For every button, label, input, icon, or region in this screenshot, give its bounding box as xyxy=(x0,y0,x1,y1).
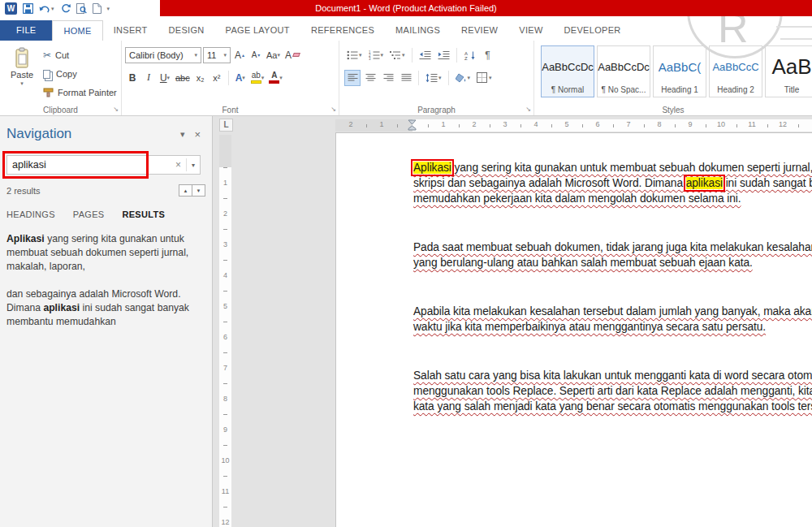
nav-result-item[interactable]: dan sebagainya adalah Microsoft Word. Di… xyxy=(6,287,197,329)
clipboard-dialog-launcher[interactable]: ↘ xyxy=(111,105,120,114)
undo-button[interactable]: ▾ xyxy=(39,4,54,13)
sort-icon: AZ xyxy=(464,50,476,60)
decrease-indent-button[interactable] xyxy=(417,47,434,63)
search-input[interactable] xyxy=(7,159,171,171)
borders-dropdown-icon: ▾ xyxy=(489,75,492,80)
style--normal[interactable]: AaBbCcDc¶ Normal xyxy=(541,45,594,97)
justify-button[interactable] xyxy=(398,70,414,86)
tab-view[interactable]: VIEW xyxy=(508,20,553,41)
ruler-margin-zone xyxy=(219,135,231,167)
align-left-button[interactable] xyxy=(344,70,361,86)
sort-button[interactable]: AZ xyxy=(461,47,478,63)
tab-page-layout[interactable]: PAGE LAYOUT xyxy=(215,20,300,41)
paragraph-dialog-launcher[interactable]: ↘ xyxy=(524,105,533,114)
font-size-value: 11 xyxy=(207,50,216,60)
underline-button[interactable]: U▾ xyxy=(158,70,172,86)
repeat-button[interactable] xyxy=(60,3,71,14)
next-result-button[interactable]: ▼ xyxy=(192,184,205,197)
line-spacing-button[interactable]: ▾ xyxy=(423,70,444,86)
font-dialog-launcher[interactable]: ↘ xyxy=(329,105,338,114)
document-page[interactable]: Aplikasi yang sering kita gunakan untuk … xyxy=(335,132,812,527)
show-marks-button[interactable]: ¶ xyxy=(480,47,496,63)
bold-button[interactable]: B xyxy=(125,70,140,86)
customize-qat-button[interactable]: ▾ xyxy=(107,6,110,11)
ruler-number: 7 xyxy=(626,120,630,128)
paste-dropdown-icon[interactable]: ▾ xyxy=(20,80,24,86)
font-color-button[interactable]: A ▾ xyxy=(267,70,284,86)
word-app-icon[interactable]: W xyxy=(5,2,17,15)
clipboard-icon xyxy=(13,47,31,69)
print-preview-button[interactable] xyxy=(76,3,87,14)
clipboard-group-label: Clipboard xyxy=(0,106,121,114)
tab-file[interactable]: FILE xyxy=(0,20,52,41)
highlight-button[interactable]: ab ▾ xyxy=(249,70,266,86)
tab-selector[interactable]: L xyxy=(219,119,233,132)
cut-button[interactable]: ✂ Cut xyxy=(41,47,119,63)
ruler-number: 4 xyxy=(533,120,538,128)
save-button[interactable] xyxy=(23,3,33,14)
up-arrow-icon: ▲ xyxy=(184,188,188,193)
paste-button[interactable]: Paste ▾ xyxy=(3,45,41,104)
text-run: memudahkan pekerjaan kita dalam mengolah… xyxy=(413,192,741,205)
numbering-button[interactable]: 123 ▾ xyxy=(366,47,387,63)
tab-design[interactable]: DESIGN xyxy=(158,20,215,41)
align-right-button[interactable] xyxy=(380,70,396,86)
search-options-icon[interactable]: ▾ xyxy=(187,162,200,169)
borders-button[interactable]: ▾ xyxy=(474,70,495,86)
bullets-button[interactable]: ▾ xyxy=(344,47,365,63)
increase-indent-icon xyxy=(438,50,450,60)
strikethrough-button[interactable]: abc xyxy=(174,70,192,86)
font-size-select[interactable]: 11 ▾ xyxy=(203,47,231,63)
subscript-button[interactable]: x₂ xyxy=(193,70,208,86)
text-line: memudahkan pekerjaan kita dalam mengolah… xyxy=(413,191,812,206)
tab-references[interactable]: REFERENCES xyxy=(300,20,385,41)
superscript-button[interactable]: x² xyxy=(209,70,224,86)
tab-home[interactable]: HOME xyxy=(52,20,102,41)
clear-formatting-button[interactable]: A xyxy=(283,47,301,63)
style-heading-2[interactable]: AaBbCcCHeading 2 xyxy=(709,45,762,97)
nav-pane-close-icon[interactable]: × xyxy=(189,128,205,140)
highlight-color-bar xyxy=(251,80,261,84)
nav-tab-pages[interactable]: PAGES xyxy=(73,210,105,219)
text-run: waktu jika kita memperbaikinya atau meng… xyxy=(413,321,766,333)
nav-result-item[interactable]: Aplikasi yang sering kita gunakan untuk … xyxy=(6,232,197,274)
tab-insert[interactable]: INSERT xyxy=(103,20,158,41)
tab-review[interactable]: REVIEW xyxy=(451,20,508,41)
undo-dropdown-icon[interactable]: ▾ xyxy=(51,6,54,11)
v-ruler[interactable]: 123456789101112 xyxy=(219,135,231,527)
word-window: Document1 - Word (Product Activation Fai… xyxy=(0,0,812,527)
change-case-button[interactable]: Aa▾ xyxy=(265,47,282,63)
shading-button[interactable]: ▾ xyxy=(453,70,473,86)
increase-indent-button[interactable] xyxy=(435,47,452,63)
font-name-select[interactable]: Calibri (Body) ▾ xyxy=(125,47,201,63)
indent-marker[interactable] xyxy=(408,119,417,134)
text-run: yang sering kita gunakan untuk membuat s… xyxy=(451,162,812,174)
nav-tab-headings[interactable]: HEADINGS xyxy=(6,210,55,219)
format-painter-button[interactable]: Format Painter xyxy=(41,84,119,101)
text-run: yang berulang-ulang atau bahkan salah me… xyxy=(413,257,753,269)
nav-pane-options-icon[interactable]: ▾ xyxy=(175,130,190,139)
paragraph: Aplikasi yang sering kita gunakan untuk … xyxy=(413,160,812,206)
text-effects-button[interactable]: A▾ xyxy=(233,70,248,86)
style-title[interactable]: AaBTitle xyxy=(765,45,812,97)
tab-mailings[interactable]: MAILINGS xyxy=(385,20,451,41)
text-run: ini sudah sangat ba xyxy=(723,177,812,189)
nav-tab-results[interactable]: RESULTS xyxy=(122,210,165,219)
h-ruler[interactable]: 21123456789101112 xyxy=(237,119,812,132)
new-document-button[interactable] xyxy=(93,3,102,14)
style-heading-1[interactable]: AaBbC(Heading 1 xyxy=(653,45,706,97)
italic-button[interactable]: I xyxy=(141,70,156,86)
undo-icon xyxy=(39,4,50,13)
grow-font-button[interactable]: A▴ xyxy=(232,47,247,63)
multilevel-list-button[interactable]: ▾ xyxy=(387,47,408,63)
shrink-font-button[interactable]: A▾ xyxy=(248,47,263,63)
search-clear-icon[interactable]: × xyxy=(171,159,186,171)
style--no-spac-[interactable]: AaBbCcDc¶ No Spac... xyxy=(597,45,650,97)
text-line: Aplikasi yang sering kita gunakan untuk … xyxy=(413,160,812,175)
copy-button[interactable]: Copy xyxy=(41,66,119,82)
down-arrow-icon: ▼ xyxy=(197,188,201,193)
tab-developer[interactable]: DEVELOPER xyxy=(554,20,632,41)
paragraph-group: ▾ 123 ▾ ▾ AZ xyxy=(339,41,534,115)
align-center-button[interactable] xyxy=(362,70,378,86)
previous-result-button[interactable]: ▲ xyxy=(179,184,192,197)
